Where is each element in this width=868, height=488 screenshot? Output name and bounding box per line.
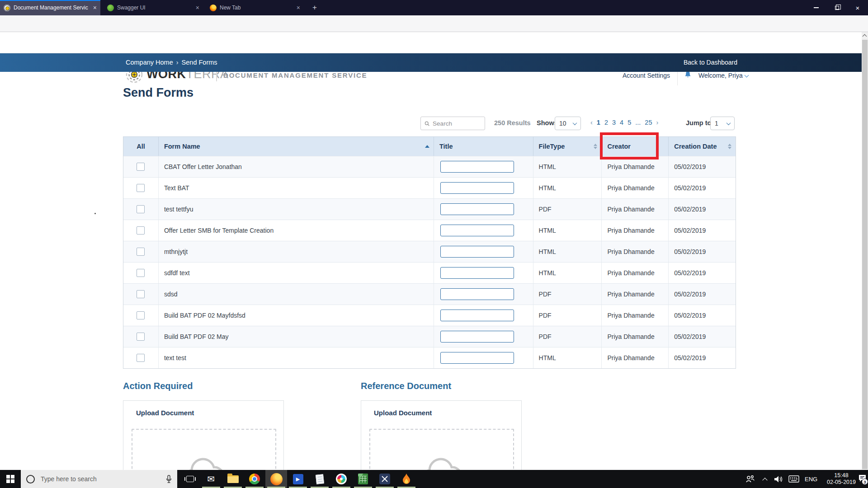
file-explorer-icon[interactable]: [222, 470, 244, 488]
title-input[interactable]: [440, 352, 514, 364]
tray-chevron-up-icon[interactable]: [763, 470, 767, 488]
filetype-cell: HTML: [533, 156, 602, 177]
row-checkbox[interactable]: [137, 354, 145, 362]
table-search-input[interactable]: [433, 120, 481, 127]
back-to-dashboard-link[interactable]: Back to Dashboard: [684, 59, 737, 66]
window-restore-button[interactable]: [826, 0, 847, 15]
table-search-box[interactable]: [420, 117, 485, 130]
title-input[interactable]: [440, 225, 514, 236]
action-center-icon[interactable]: 3: [858, 474, 867, 484]
page-number-4[interactable]: 4: [620, 119, 623, 126]
tab-new-tab[interactable]: New Tab ×: [206, 0, 304, 15]
flame-app-icon[interactable]: [396, 470, 417, 488]
row-checkbox[interactable]: [137, 333, 145, 341]
breadcrumb: Company Home›Send Forms: [126, 59, 217, 66]
breadcrumb-bar: Company Home›Send Forms Back to Dashboar…: [0, 53, 862, 72]
title-input[interactable]: [440, 246, 514, 258]
page-prev-button[interactable]: ‹: [590, 119, 593, 126]
chevron-down-icon: [726, 121, 731, 125]
row-checkbox[interactable]: [137, 226, 145, 235]
sort-icon: [728, 144, 731, 149]
firefox-favicon-icon: [210, 5, 217, 11]
title-input[interactable]: [440, 288, 514, 300]
breadcrumb-home-link[interactable]: Company Home: [126, 59, 173, 66]
title-input[interactable]: [440, 331, 514, 343]
window-close-button[interactable]: ×: [847, 0, 868, 15]
creator-column-highlight-box: [600, 132, 659, 160]
slack-icon[interactable]: [330, 470, 352, 488]
tab-swagger[interactable]: Swagger UI ×: [104, 0, 203, 15]
row-checkbox[interactable]: [137, 184, 145, 192]
form-name-cell: test tettfyu: [159, 199, 434, 220]
row-checkbox[interactable]: [137, 269, 145, 277]
dms-favicon-icon: [4, 5, 10, 11]
sort-icon: [594, 144, 597, 149]
spreadsheet-app-icon[interactable]: [352, 470, 374, 488]
row-checkbox[interactable]: [137, 311, 145, 319]
page-number-3[interactable]: 3: [612, 119, 616, 126]
notification-count-badge: 3: [862, 479, 868, 485]
keyboard-icon[interactable]: [788, 470, 799, 488]
tab-close-icon[interactable]: ×: [297, 5, 300, 11]
start-button[interactable]: [0, 470, 21, 488]
title-input[interactable]: [440, 310, 514, 321]
taskbar-search-box[interactable]: Type here to search: [21, 470, 177, 488]
page-number-1[interactable]: 1: [597, 119, 600, 126]
language-indicator[interactable]: ENG: [805, 470, 817, 488]
title-input[interactable]: [440, 267, 514, 279]
page-scrollbar[interactable]: [862, 32, 868, 470]
tab-title: New Tab: [220, 5, 293, 11]
column-header-all[interactable]: All: [123, 137, 159, 156]
welcome-user-menu[interactable]: Welcome, Priya: [698, 72, 743, 79]
row-checkbox[interactable]: [137, 205, 145, 213]
new-tab-button[interactable]: +: [309, 3, 320, 13]
scrollbar-thumb[interactable]: [862, 40, 868, 469]
table-row: sdfdf text HTML Priya Dhamande 05/02/201…: [123, 262, 736, 283]
mail-icon[interactable]: ✉: [200, 470, 222, 488]
speaker-icon[interactable]: [774, 470, 783, 488]
page-next-button[interactable]: ›: [656, 119, 658, 126]
creator-cell: Priya Dhamande: [602, 305, 669, 326]
action-required-heading: Action Required: [123, 381, 193, 391]
row-checkbox[interactable]: [137, 290, 145, 298]
column-header-form-name[interactable]: Form Name: [159, 137, 434, 156]
title-input[interactable]: [440, 182, 514, 194]
shows-select[interactable]: 10: [555, 117, 581, 130]
stray-dot: [94, 213, 96, 214]
breadcrumb-current: Send Forms: [182, 59, 217, 66]
taskbar: Type here to search ✉ ▶: [0, 470, 868, 488]
filetype-cell: PDF: [533, 326, 602, 347]
row-checkbox[interactable]: [137, 248, 145, 256]
task-view-button[interactable]: [180, 470, 200, 488]
people-icon[interactable]: [745, 470, 755, 488]
microphone-icon[interactable]: [166, 475, 172, 483]
row-checkbox[interactable]: [137, 163, 145, 171]
column-header-filetype[interactable]: FileType: [533, 137, 602, 156]
tab-close-icon[interactable]: ×: [93, 5, 97, 11]
account-settings-link[interactable]: Account Settings: [623, 72, 670, 79]
page-number-25[interactable]: 25: [645, 119, 652, 126]
dev-tool-icon[interactable]: [374, 470, 396, 488]
column-header-title[interactable]: Title: [434, 137, 533, 156]
page-number-5[interactable]: 5: [627, 119, 631, 126]
firefox-icon[interactable]: [265, 470, 287, 488]
windows-logo-icon: [6, 475, 14, 483]
upload-document-label: Upload Document: [374, 409, 432, 417]
page-number-2[interactable]: 2: [604, 119, 608, 126]
form-name-cell: mthnjytjt: [159, 241, 434, 262]
window-minimize-button[interactable]: [806, 0, 826, 15]
chevron-down-icon[interactable]: [745, 73, 749, 78]
scroll-up-arrow-icon[interactable]: [863, 34, 867, 39]
jump-to-select[interactable]: 1: [710, 117, 735, 130]
tab-document-management[interactable]: Document Management Servic ×: [0, 0, 100, 15]
chrome-icon[interactable]: [244, 470, 265, 488]
movies-tv-icon[interactable]: ▶: [287, 470, 309, 488]
screen: Document Management Servic × Swagger UI …: [0, 0, 868, 488]
title-input[interactable]: [440, 203, 514, 215]
title-input[interactable]: [440, 161, 514, 173]
notepad-icon[interactable]: [309, 470, 330, 488]
tab-close-icon[interactable]: ×: [196, 5, 199, 11]
taskbar-clock[interactable]: 15:48 02-05-2019: [822, 472, 861, 486]
clock-date: 02-05-2019: [822, 479, 861, 486]
column-header-creation-date[interactable]: Creation Date: [669, 137, 736, 156]
